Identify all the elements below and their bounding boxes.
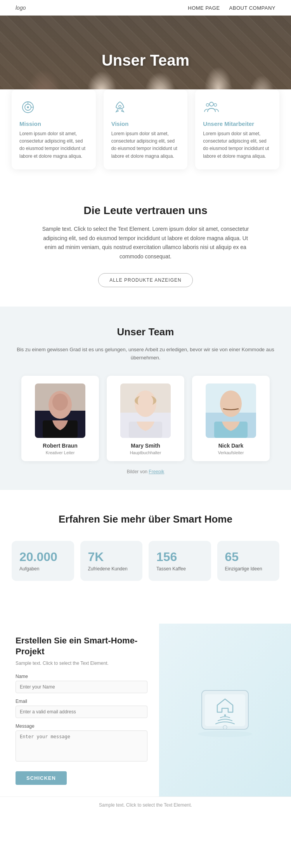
team-card-mary: Mary Smith Hauptbuchhalter — [107, 376, 184, 461]
team-photo-robert — [35, 383, 85, 438]
mission-title: Mission — [19, 120, 88, 127]
email-field-group: Email — [16, 699, 147, 718]
mission-card: Mission Lorem ipsum dolor sit amet, cons… — [12, 89, 96, 169]
employees-title: Unsere Mitarbeiter — [203, 120, 272, 127]
email-label: Email — [16, 699, 147, 704]
hero-title: Unser Team — [102, 52, 189, 69]
stat-number-tasks: 20.000 — [19, 550, 66, 564]
stat-label-customers: Zufriedene Kunden — [88, 566, 135, 572]
footer-text: Sample text. Click to select the Text El… — [12, 802, 279, 808]
svg-point-8 — [214, 104, 217, 106]
nav-about[interactable]: ABOUT COMPANY — [229, 5, 275, 11]
freepik-link[interactable]: Freepik — [149, 469, 164, 474]
stats-section: Erfahren Sie mehr über Smart Home 20.000… — [0, 490, 291, 604]
team-photo-nick — [206, 383, 256, 438]
team-role-nick: Verkaufsleiter — [200, 450, 262, 455]
name-field-group: Name — [16, 674, 147, 693]
team-card-nick: Nick Dark Verkaufsleiter — [192, 376, 270, 461]
photo-credit: Bilder von Freepik — [12, 469, 279, 474]
svg-point-2 — [27, 106, 29, 108]
team-cards-row: Robert Braun Kreativer Leiter Mary Smith… — [12, 376, 279, 461]
stats-row: 20.000 Aufgaben 7K Zufriedene Kunden 156… — [12, 541, 279, 581]
stat-number-coffee: 156 — [156, 550, 203, 564]
svg-point-28 — [224, 715, 226, 716]
people-icon — [203, 99, 220, 116]
stat-label-coffee: Tassen Kaffee — [156, 566, 203, 572]
email-input[interactable] — [16, 706, 147, 718]
team-name-mary: Mary Smith — [114, 443, 177, 449]
smart-home-illustration — [190, 675, 260, 745]
svg-point-18 — [138, 394, 153, 409]
team-name-nick: Nick Dark — [200, 443, 262, 449]
contact-image-side — [159, 624, 291, 797]
svg-point-30 — [198, 731, 252, 737]
name-input[interactable] — [16, 681, 147, 693]
svg-point-23 — [223, 394, 239, 409]
stat-number-customers: 7K — [88, 550, 135, 564]
mission-text: Lorem ipsum dolor sit amet, consectetur … — [19, 130, 88, 160]
stat-card-coffee: 156 Tassen Kaffee — [149, 541, 211, 581]
navigation: logo HOME PAGE ABOUT COMPANY — [0, 0, 291, 16]
cards-section: Mission Lorem ipsum dolor sit amet, cons… — [0, 89, 291, 181]
cards-row: Mission Lorem ipsum dolor sit amet, cons… — [12, 89, 279, 169]
stat-label-tasks: Aufgaben — [19, 566, 66, 572]
nav-home[interactable]: HOME PAGE — [188, 5, 220, 11]
team-photo-mary — [120, 383, 171, 438]
message-label: Message — [16, 723, 147, 729]
team-subtitle: Bis zu einem gewissen Grad ist es uns ge… — [12, 346, 279, 362]
vision-card: Vision Lorem ipsum dolor sit amet, conse… — [104, 89, 188, 169]
stats-title: Erfahren Sie mehr über Smart Home — [12, 513, 279, 525]
svg-point-6 — [210, 102, 213, 106]
message-field-group: Message — [16, 723, 147, 763]
contact-title: Erstellen Sie ein Smart-Home-Projekt — [16, 635, 147, 657]
contact-section: Erstellen Sie ein Smart-Home-Projekt Sam… — [0, 604, 291, 797]
team-card-robert: Robert Braun Kreativer Leiter — [21, 376, 99, 461]
team-name-robert: Robert Braun — [29, 443, 91, 449]
all-products-button[interactable]: ALLE PRODUKTE ANZEIGEN — [98, 273, 192, 287]
stat-number-ideas: 65 — [225, 550, 272, 564]
target-icon — [19, 99, 36, 116]
team-role-robert: Kreativer Leiter — [29, 450, 91, 455]
trust-text: Sample text. Click to select the Text El… — [37, 225, 254, 261]
team-section: Unser Team Bis zu einem gewissen Grad is… — [0, 307, 291, 490]
employees-card: Unsere Mitarbeiter Lorem ipsum dolor sit… — [195, 89, 279, 169]
stat-label-ideas: Einzigartige Ideen — [225, 566, 272, 572]
contact-form-side: Erstellen Sie ein Smart-Home-Projekt Sam… — [0, 624, 159, 797]
svg-point-12 — [52, 394, 68, 411]
name-label: Name — [16, 674, 147, 679]
contact-subtitle: Sample text. Click to select the Text El… — [16, 661, 147, 666]
trust-section: Die Leute vertrauen uns Sample text. Cli… — [0, 181, 291, 307]
vision-title: Vision — [111, 120, 180, 127]
message-textarea[interactable] — [16, 730, 147, 762]
rocket-icon — [111, 99, 128, 116]
nav-links: HOME PAGE ABOUT COMPANY — [188, 5, 275, 11]
stat-card-customers: 7K Zufriedene Kunden — [80, 541, 143, 581]
logo: logo — [16, 5, 26, 11]
team-section-title: Unser Team — [12, 326, 279, 338]
employees-text: Lorem ipsum dolor sit amet, consectetur … — [203, 130, 272, 160]
team-role-mary: Hauptbuchhalter — [114, 450, 177, 455]
svg-point-7 — [206, 104, 209, 106]
trust-title: Die Leute vertrauen uns — [31, 204, 260, 217]
footer: Sample text. Click to select the Text El… — [0, 797, 291, 813]
stat-card-tasks: 20.000 Aufgaben — [12, 541, 74, 581]
svg-point-5 — [119, 105, 121, 108]
stat-card-ideas: 65 Einzigartige Ideen — [217, 541, 280, 581]
vision-text: Lorem ipsum dolor sit amet, consectetur … — [111, 130, 180, 160]
submit-button[interactable]: SCHICKEN — [16, 771, 67, 785]
